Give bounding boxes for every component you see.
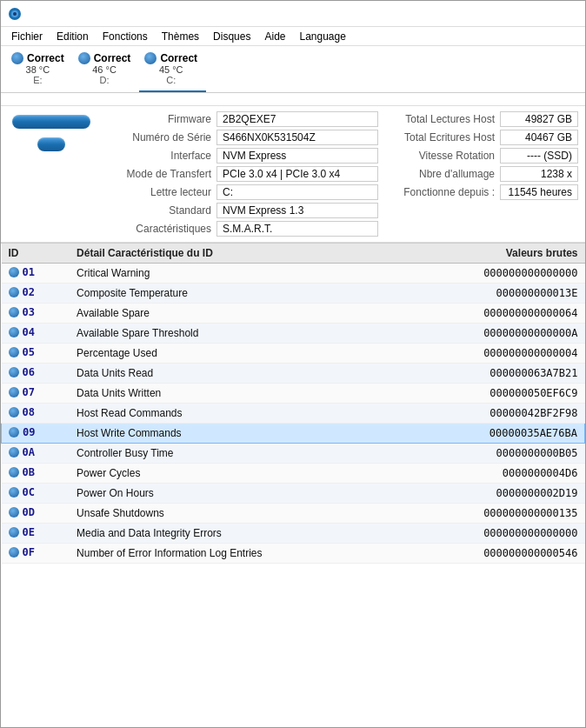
main-window: Fichier Edition Fonctions Thèmes Disques… xyxy=(0,0,586,728)
cell-value: 000000050EF6C9 xyxy=(403,384,584,404)
table-row[interactable]: 01Critical Warning000000000000000 xyxy=(2,264,585,284)
info-row-serial: Numéro de Série S466NX0K531504Z xyxy=(103,130,378,145)
cell-id: 08 xyxy=(2,404,70,424)
cell-value: 000000000000000 xyxy=(403,264,584,284)
cell-id: 09 xyxy=(2,424,70,444)
value-reads-host: 49827 GB xyxy=(500,111,578,127)
drive-tab-name-1: Correct xyxy=(94,52,131,64)
cell-id: 0D xyxy=(2,504,70,524)
menu-fonctions[interactable]: Fonctions xyxy=(96,29,155,44)
small-disk-icon xyxy=(9,307,19,317)
cell-id: 0A xyxy=(2,444,70,464)
info-row-letter: Lettre lecteur C: xyxy=(103,184,378,200)
cell-name: Available Spare Threshold xyxy=(70,324,403,344)
cell-id: 04 xyxy=(2,324,70,344)
disk-icon-0 xyxy=(11,52,23,64)
value-standard: NVM Express 1.3 xyxy=(216,203,378,218)
table-row[interactable]: 0BPower Cycles0000000004D6 xyxy=(2,464,585,484)
small-disk-icon xyxy=(9,287,19,297)
cell-value: 000000063A7B21 xyxy=(403,364,584,384)
cell-name: Host Write Commands xyxy=(70,424,403,444)
menu-language[interactable]: Language xyxy=(293,29,353,44)
label-hours: Fonctionne depuis : xyxy=(387,186,500,198)
small-disk-icon xyxy=(9,367,19,377)
label-reads-host: Total Lectures Host xyxy=(387,113,500,125)
drive-tabs: Correct 38 °C E: Correct 46 °C D: Correc… xyxy=(1,46,585,93)
value-features: S.M.A.R.T. xyxy=(216,221,378,237)
menu-disques[interactable]: Disques xyxy=(206,29,257,44)
table-row[interactable]: 0AController Busy Time0000000000B05 xyxy=(2,444,585,464)
cell-id: 06 xyxy=(2,364,70,384)
menu-aide[interactable]: Aide xyxy=(257,29,292,44)
temp-block xyxy=(37,137,65,151)
menu-themes[interactable]: Thèmes xyxy=(155,29,206,44)
table-row[interactable]: 0EMedia and Data Integrity Errors0000000… xyxy=(2,524,585,544)
cell-id: 02 xyxy=(2,284,70,304)
table-header-row: ID Détail Caractéristique du ID Valeurs … xyxy=(2,244,585,264)
drive-tab-temp-0: 38 °C xyxy=(26,64,50,75)
cell-name: Percentage Used xyxy=(70,344,403,364)
value-firmware: 2B2QEXE7 xyxy=(216,111,378,127)
cell-id: 0C xyxy=(2,484,70,504)
label-standard: Standard xyxy=(103,204,216,217)
table-row[interactable]: 04Available Spare Threshold0000000000000… xyxy=(2,324,585,344)
info-row-interface: Interface NVM Express xyxy=(103,148,378,164)
col-header-detail: Détail Caractéristique du ID xyxy=(70,244,403,264)
smart-table-container[interactable]: ID Détail Caractéristique du ID Valeurs … xyxy=(1,243,585,727)
drive-tab-name-0: Correct xyxy=(27,52,64,64)
cell-id: 05 xyxy=(2,344,70,364)
cell-value: 0000000002D19 xyxy=(403,484,584,504)
cell-name: Power Cycles xyxy=(70,464,403,484)
info-row-standard: Standard NVM Express 1.3 xyxy=(103,203,378,218)
drive-tab-header-2: Correct xyxy=(144,52,197,64)
close-button[interactable] xyxy=(561,5,578,23)
main-content: Firmware 2B2QEXE7 Numéro de Série S466NX… xyxy=(1,93,585,727)
status-badge xyxy=(12,115,90,129)
table-row[interactable]: 03Available Spare000000000000064 xyxy=(2,304,585,324)
table-row[interactable]: 0DUnsafe Shutdowns000000000000135 xyxy=(2,504,585,524)
value-transfer: PCIe 3.0 x4 | PCIe 3.0 x4 xyxy=(216,166,378,182)
table-row[interactable]: 05Percentage Used000000000000004 xyxy=(2,344,585,364)
cell-id: 0B xyxy=(2,464,70,484)
cell-value: 000000000013E xyxy=(403,284,584,304)
table-row[interactable]: 09Host Write Commands00000035AE76BA xyxy=(2,424,585,444)
value-hours: 11545 heures xyxy=(500,184,578,200)
drive-tab-2[interactable]: Correct 45 °C C: xyxy=(139,50,206,92)
small-disk-icon xyxy=(9,267,19,277)
menu-edition[interactable]: Edition xyxy=(50,29,96,44)
cell-value: 000000000000064 xyxy=(403,304,584,324)
cell-value: 00000035AE76BA xyxy=(403,424,584,444)
svg-point-2 xyxy=(13,12,17,16)
table-row[interactable]: 0CPower On Hours0000000002D19 xyxy=(2,484,585,504)
menu-fichier[interactable]: Fichier xyxy=(4,29,50,44)
drive-tab-0[interactable]: Correct 38 °C E: xyxy=(6,50,73,92)
drive-tab-1[interactable]: Correct 46 °C D: xyxy=(73,50,140,92)
drive-tab-letter-1: D: xyxy=(100,75,110,85)
title-bar-left xyxy=(8,7,27,21)
drive-tab-temp-2: 45 °C xyxy=(159,64,183,75)
maximize-button[interactable] xyxy=(542,5,559,23)
table-row[interactable]: 0FNumber of Error Information Log Entrie… xyxy=(2,544,585,564)
cell-id: 0E xyxy=(2,524,70,544)
value-letter: C: xyxy=(216,184,378,200)
device-title xyxy=(1,93,585,106)
info-row-reads-host: Total Lectures Host 49827 GB xyxy=(387,111,578,127)
label-rotation: Vitesse Rotation xyxy=(387,150,500,162)
small-disk-icon xyxy=(9,427,19,437)
table-row[interactable]: 02Composite Temperature000000000013E xyxy=(2,284,585,304)
value-startups: 1238 x xyxy=(500,166,578,182)
cell-id: 01 xyxy=(2,264,70,284)
disk-icon-1 xyxy=(78,52,90,64)
cell-name: Data Units Written xyxy=(70,384,403,404)
table-row[interactable]: 07Data Units Written000000050EF6C9 xyxy=(2,384,585,404)
table-row[interactable]: 06Data Units Read000000063A7B21 xyxy=(2,364,585,384)
label-transfer: Mode de Transfert xyxy=(103,168,216,180)
title-bar-controls xyxy=(523,5,578,23)
table-row[interactable]: 08Host Read Commands00000042BF2F98 xyxy=(2,404,585,424)
info-row-firmware: Firmware 2B2QEXE7 xyxy=(103,111,378,127)
small-disk-icon xyxy=(9,347,19,357)
label-features: Caractéristiques xyxy=(103,223,216,235)
drive-tab-letter-0: E: xyxy=(33,75,42,85)
minimize-button[interactable] xyxy=(523,5,540,23)
small-disk-icon xyxy=(9,387,19,397)
